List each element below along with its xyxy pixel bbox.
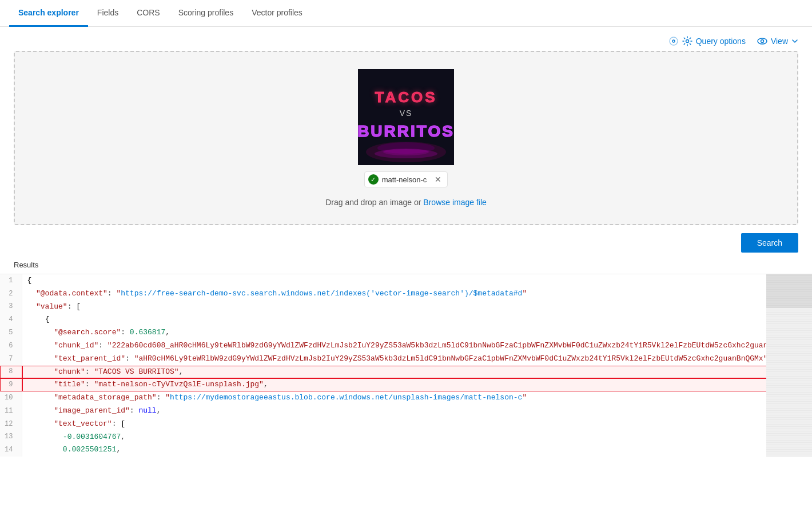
- uploaded-image-container: TACOS TACOS VS BURRITOS BURRITOS: [358, 69, 454, 167]
- line-number: 9: [0, 378, 22, 391]
- line-number: 1: [0, 274, 22, 287]
- line-number: 14: [0, 443, 22, 457]
- table-row: 13 -0.0031604767,: [0, 431, 766, 444]
- line-content: "title": "matt-nelson-cTyVIvzQslE-unspla…: [22, 378, 766, 391]
- table-row: 5 "@search.score": 0.636817,: [0, 326, 766, 339]
- svg-point-2: [761, 40, 763, 43]
- storage-path-link[interactable]: https://mydemostorageeastus.blob.core.wi…: [170, 393, 522, 402]
- image-dropzone[interactable]: TACOS TACOS VS BURRITOS BURRITOS ✓ matt-…: [14, 51, 798, 225]
- view-icon: [757, 36, 767, 46]
- minimap: [766, 274, 812, 457]
- line-number: 7: [0, 353, 22, 366]
- tab-search-explorer[interactable]: Search explorer: [9, 0, 88, 27]
- tab-bar: Search explorer Fields CORS Scoring prof…: [0, 0, 812, 27]
- file-badge: ✓ matt-nelson-c ✕: [364, 171, 448, 187]
- table-row: 6 "chunk_id": "222ab60cd608_aHR0cHM6Ly9t…: [0, 339, 766, 353]
- line-content: "chunk_id": "222ab60cd608_aHR0cHM6Ly9teW…: [22, 339, 766, 353]
- line-content: "chunk": "TACOS VS BURRITOS",: [22, 366, 766, 379]
- table-row: 11 "image_parent_id": null,: [0, 405, 766, 418]
- view-label: View: [771, 37, 788, 46]
- table-row: 4 {: [0, 313, 766, 326]
- dropzone-text: Drag and drop an image or Browse image f…: [325, 198, 487, 207]
- line-number: 11: [0, 405, 22, 418]
- tab-vector-profiles[interactable]: Vector profiles: [242, 0, 312, 27]
- table-row: 14 0.0025501251,: [0, 443, 766, 457]
- results-wrapper: 1 { 2 "@odata.context": "https://free-se…: [0, 274, 812, 457]
- line-number: 3: [0, 301, 22, 314]
- browse-image-link[interactable]: Browse image file: [423, 198, 487, 207]
- odata-context-link[interactable]: https://free-search-demo-svc.search.wind…: [121, 289, 522, 298]
- table-row: 3 "value": [: [0, 301, 766, 314]
- line-content: {: [22, 274, 766, 287]
- line-number: 12: [0, 418, 22, 431]
- line-content: 0.0025501251,: [22, 443, 766, 457]
- table-row: 12 "text_vector": [: [0, 418, 766, 431]
- table-row: 7 "text_parent_id": "aHR0cHM6Ly9teWRlbW9…: [0, 353, 766, 366]
- line-content: "@odata.context": "https://free-search-d…: [22, 287, 766, 301]
- line-content: "text_parent_id": "aHR0cHM6Ly9teWRlbW9zd…: [22, 353, 766, 366]
- table-row: 2 "@odata.context": "https://free-search…: [0, 287, 766, 301]
- svg-point-12: [375, 149, 437, 158]
- remove-file-button[interactable]: ✕: [435, 175, 441, 184]
- minimap-highlight: [766, 274, 812, 308]
- toolbar: Query options View: [0, 27, 812, 51]
- tab-cors[interactable]: CORS: [128, 0, 169, 27]
- code-block: 1 { 2 "@odata.context": "https://free-se…: [0, 274, 766, 457]
- search-button[interactable]: Search: [741, 233, 798, 253]
- line-content: "metadata_storage_path": "https://mydemo…: [22, 391, 766, 405]
- table-row-highlighted: 8 "chunk": "TACOS VS BURRITOS",: [0, 366, 766, 379]
- search-bar: Search: [0, 225, 812, 258]
- tab-fields[interactable]: Fields: [88, 0, 128, 27]
- query-options-label: Query options: [696, 37, 746, 46]
- table-row-highlighted: 9 "title": "matt-nelson-cTyVIvzQslE-unsp…: [0, 378, 766, 391]
- line-content: -0.0031604767,: [22, 431, 766, 444]
- svg-point-0: [686, 40, 688, 43]
- dropzone-instruction: Drag and drop an image or: [325, 198, 423, 207]
- line-number: 4: [0, 313, 22, 326]
- code-area: 1 { 2 "@odata.context": "https://free-se…: [0, 274, 766, 457]
- results-label: Results: [0, 258, 812, 274]
- svg-text:BURRITOS: BURRITOS: [358, 122, 454, 140]
- uploaded-image: TACOS TACOS VS BURRITOS BURRITOS: [358, 69, 454, 165]
- table-row: 10 "metadata_storage_path": "https://myd…: [0, 391, 766, 405]
- query-options-button[interactable]: Query options: [668, 36, 746, 46]
- gear-icon: [668, 36, 679, 46]
- table-row: 1 {: [0, 274, 766, 287]
- line-content: "image_parent_id": null,: [22, 405, 766, 418]
- line-number: 5: [0, 326, 22, 339]
- line-content: {: [22, 313, 766, 326]
- line-content: "@search.score": 0.636817,: [22, 326, 766, 339]
- view-button[interactable]: View: [757, 36, 798, 46]
- chevron-down-icon: [791, 38, 798, 45]
- line-number: 10: [0, 391, 22, 405]
- line-content: "value": [: [22, 301, 766, 314]
- line-content: "text_vector": [: [22, 418, 766, 431]
- svg-text:TACOS: TACOS: [375, 89, 437, 106]
- line-number: 8: [0, 366, 22, 379]
- tab-scoring-profiles[interactable]: Scoring profiles: [169, 0, 243, 27]
- gear-icon-2: [682, 36, 692, 46]
- line-number: 13: [0, 431, 22, 444]
- svg-text:VS: VS: [400, 109, 413, 118]
- code-table: 1 { 2 "@odata.context": "https://free-se…: [0, 274, 766, 457]
- line-number: 6: [0, 339, 22, 353]
- svg-point-1: [758, 38, 767, 44]
- line-number: 2: [0, 287, 22, 301]
- file-name: matt-nelson-c: [382, 175, 427, 184]
- check-icon: ✓: [368, 174, 379, 185]
